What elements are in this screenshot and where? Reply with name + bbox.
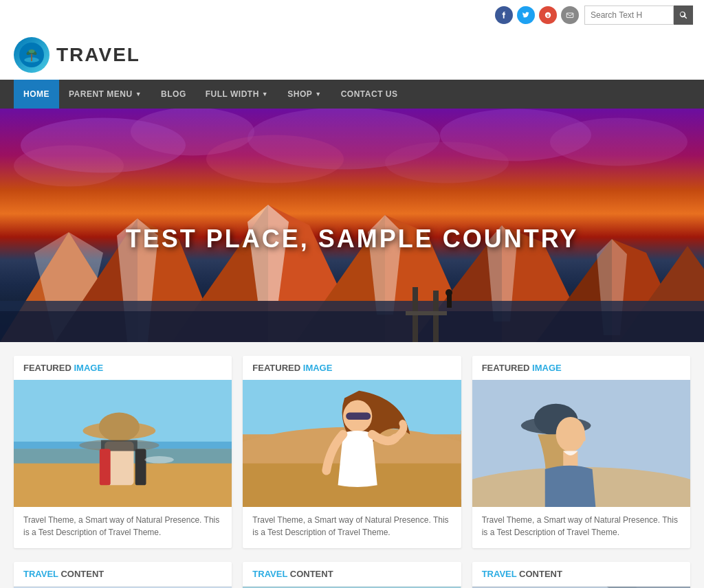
svg-rect-37: [0, 311, 704, 342]
nav-shop[interactable]: SHOP ▼: [278, 80, 331, 109]
svg-rect-51: [100, 449, 111, 485]
card-3-desc: Travel Theme, a Smart way of Natural Pre…: [472, 507, 690, 548]
svg-rect-39: [433, 291, 439, 342]
featured-card-1: FEATURED IMAGE: [14, 356, 232, 548]
svg-point-13: [550, 118, 688, 166]
card-2-header: FEATURED IMAGE: [243, 356, 461, 380]
svg-rect-40: [406, 311, 447, 315]
chevron-down-icon-2: ▼: [262, 91, 268, 98]
travel-2-accent: TRAVEL: [252, 569, 289, 579]
card-2-accent: IMAGE: [303, 363, 333, 373]
featured-card-3: FEATURED IMAGE: [472, 356, 690, 548]
main-nav: HOME PARENT MENU ▼ BLOG FULL WIDTH ▼ SHO…: [0, 80, 704, 109]
travel-card-2-header: TRAVEL CONTENT: [243, 562, 461, 587]
twitter-icon[interactable]: [517, 6, 535, 24]
svg-point-42: [446, 289, 452, 296]
card-3-header: FEATURED IMAGE: [472, 356, 690, 380]
svg-point-8: [29, 49, 35, 53]
nav-parent-menu[interactable]: PARENT MENU ▼: [59, 80, 151, 109]
card-2-desc: Travel Theme, a Smart way of Natural Pre…: [243, 507, 461, 548]
card-1-desc: Travel Theme, a Smart way of Natural Pre…: [14, 507, 232, 548]
card-3-image: [472, 380, 690, 507]
hero-title: TEST PLACE, SAMPLE COUNTRY: [126, 225, 579, 253]
cards-section: FEATURED IMAGE: [0, 342, 704, 588]
travel-card-3-header: TRAVEL CONTENT: [472, 562, 690, 587]
travel-3-accent: TRAVEL: [482, 569, 519, 579]
travel-card-1-header: TRAVEL CONTENT: [14, 562, 232, 587]
card-1-accent: IMAGE: [74, 363, 103, 373]
logo-area: TRAVEL: [14, 37, 140, 73]
travel-cards-row: TRAVEL CONTENT: [14, 562, 690, 588]
travel-card-3: TRAVEL CONTENT: [472, 562, 690, 588]
svg-rect-58: [346, 413, 371, 420]
svg-rect-41: [447, 294, 452, 308]
card-1-image: [14, 380, 232, 507]
email-icon[interactable]: [561, 6, 579, 24]
svg-rect-2: [566, 13, 573, 18]
chevron-down-icon-3: ▼: [315, 91, 321, 98]
social-icons: g: [495, 6, 579, 24]
search-bar: [584, 5, 693, 25]
featured-cards-row: FEATURED IMAGE: [14, 356, 690, 548]
svg-point-53: [144, 456, 173, 464]
site-header: TRAVEL: [0, 30, 704, 80]
svg-rect-52: [135, 449, 146, 485]
chevron-down-icon: ▼: [135, 91, 142, 98]
card-1-header: FEATURED IMAGE: [14, 356, 232, 380]
nav-blog[interactable]: BLOG: [151, 80, 196, 109]
google-icon[interactable]: g: [539, 6, 557, 24]
svg-text:g: g: [547, 13, 549, 17]
travel-1-accent: TRAVEL: [23, 569, 60, 579]
travel-card-2: TRAVEL CONTENT: [243, 562, 461, 588]
hero-section: TEST PLACE, SAMPLE COUNTRY: [0, 109, 704, 342]
nav-full-width[interactable]: FULL WIDTH ▼: [196, 80, 278, 109]
search-button[interactable]: [674, 5, 693, 25]
card-2-image: [243, 380, 461, 507]
nav-home[interactable]: HOME: [14, 80, 59, 109]
logo-icon: [14, 37, 50, 73]
featured-card-2: FEATURED IMAGE: [243, 356, 461, 548]
top-bar: g: [0, 0, 704, 30]
site-title: TRAVEL: [56, 44, 140, 66]
svg-point-48: [99, 413, 140, 442]
card-3-accent: IMAGE: [532, 363, 562, 373]
search-input[interactable]: [584, 5, 674, 25]
travel-card-1: TRAVEL CONTENT: [14, 562, 232, 588]
facebook-icon[interactable]: [495, 6, 513, 24]
mountains-decoration: [0, 167, 704, 342]
nav-contact-us[interactable]: CONTACT US: [331, 80, 408, 109]
